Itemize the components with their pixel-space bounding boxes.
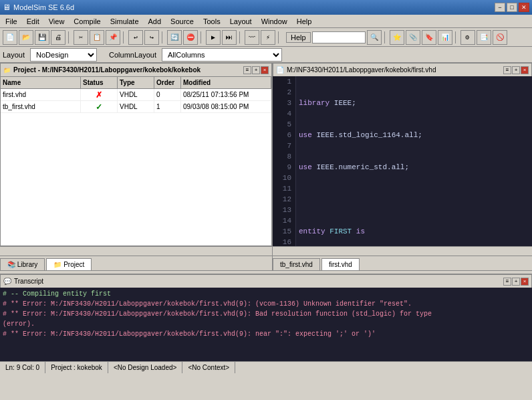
line-numbers: 1 2 3 4 5 6 7 8 9 10 11 12 13 14 15 16 1… <box>273 76 296 246</box>
trans-line-5: # ** Error: M:/INF3430/H2011/Laboppgaver… <box>3 329 529 339</box>
panel-btn-menu[interactable]: ≡ <box>243 66 251 74</box>
project-tab-bar: 📚 Library 📁 Project <box>0 256 272 270</box>
toolbar-sim[interactable]: ⚡ <box>261 30 275 45</box>
toolbar-bk3[interactable]: 🔖 <box>422 30 436 45</box>
toolbar-bk4[interactable]: 📊 <box>438 30 452 45</box>
editor-hscrollbar[interactable] <box>273 246 532 256</box>
project-icon: 📁 <box>3 67 11 74</box>
menu-edit[interactable]: Edit <box>23 15 43 27</box>
toolbar-extra2[interactable]: 📑 <box>477 30 491 45</box>
toolbar-extra1[interactable]: ⚙ <box>460 30 475 45</box>
menu-source[interactable]: Source <box>166 15 198 27</box>
table-row[interactable]: tb_first.vhd ✓ VHDL 1 09/03/08 08:15:00 … <box>1 101 271 113</box>
project-hscrollbar[interactable] <box>0 246 272 256</box>
menu-bar: File Edit View Compile Simulate Add Sour… <box>0 15 532 28</box>
code-line-3: use IEEE.numeric_std.all; <box>299 162 529 173</box>
editor-btn-expand[interactable]: + <box>512 66 520 74</box>
editor-btn-close[interactable]: × <box>521 66 529 74</box>
status-bar: Ln: 9 Col: 0 Project : kokebok <No Desig… <box>0 361 532 373</box>
toolbar-copy[interactable]: 📋 <box>90 30 104 45</box>
trans-line-4: (error). <box>3 319 529 329</box>
editor-title-left: 📄 M:/INF3430/H2011/Laboppgaver/kokebok/f… <box>276 66 436 74</box>
toolbar-bk2[interactable]: 📎 <box>406 30 420 45</box>
menu-simulate[interactable]: Simulate <box>106 15 143 27</box>
toolbar-open[interactable]: 📂 <box>19 30 33 45</box>
transcript-btn-close[interactable]: × <box>521 278 529 286</box>
toolbar-paste[interactable]: 📌 <box>106 30 120 45</box>
project-table: Name Status Type Order Modified first.vh… <box>0 76 272 246</box>
menu-help[interactable]: Help <box>293 15 316 27</box>
ln-5: 5 <box>277 119 291 130</box>
menu-compile[interactable]: Compile <box>70 15 104 27</box>
maximize-button[interactable]: □ <box>507 3 517 12</box>
toolbar-run[interactable]: ▶ <box>206 30 221 45</box>
toolbar-sep4 <box>201 31 203 43</box>
title-bar-controls: − □ ✕ <box>495 3 529 12</box>
toolbar-cut[interactable]: ✂ <box>74 30 88 45</box>
menu-view[interactable]: View <box>45 15 69 27</box>
toolbar-stop[interactable]: ⛔ <box>183 30 198 45</box>
search-input[interactable] <box>312 31 366 43</box>
trans-line-1: # -- Compiling entity first <box>3 289 529 299</box>
toolbar-print[interactable]: 🖨 <box>51 30 65 45</box>
toolbar-undo[interactable]: ↩ <box>128 30 143 45</box>
row2-name: tb_first.vhd <box>1 101 81 112</box>
toolbar-new[interactable]: 📄 <box>3 30 17 45</box>
tab-tb-first[interactable]: tb_first.vhd <box>273 258 320 270</box>
status-project: Project : kokebok <box>45 362 108 373</box>
code-editor[interactable]: 1 2 3 4 5 6 7 8 9 10 11 12 13 14 15 16 1… <box>273 76 532 246</box>
row1-status: ✗ <box>81 89 118 100</box>
menu-file[interactable]: File <box>1 15 21 27</box>
code-line-5: entity FIRST is <box>299 226 529 237</box>
editor-title: M:/INF3430/H2011/Laboppgaver/kokebok/fir… <box>287 66 436 74</box>
toolbar-sep2 <box>123 31 126 43</box>
toolbar-sep5 <box>239 31 242 43</box>
ln-9: 9 <box>277 162 291 173</box>
col-type: Type <box>118 77 154 88</box>
search-btn[interactable]: 🔍 <box>367 30 382 45</box>
column-layout-select[interactable]: AllColumns <box>162 48 282 62</box>
panel-btn-close[interactable]: × <box>261 66 269 74</box>
tab-project[interactable]: 📁 Project <box>46 258 92 270</box>
menu-add[interactable]: Add <box>144 15 166 27</box>
menu-layout[interactable]: Layout <box>226 15 256 27</box>
toolbar-save[interactable]: 💾 <box>35 30 49 45</box>
minimize-button[interactable]: − <box>495 3 505 12</box>
ln-4: 4 <box>277 108 291 119</box>
ln-7: 7 <box>277 140 291 151</box>
toolbar-sep6 <box>278 31 281 43</box>
menu-tools[interactable]: Tools <box>199 15 225 27</box>
help-button[interactable]: Help <box>286 32 311 43</box>
ln-6: 6 <box>277 130 291 140</box>
layout-select[interactable]: NoDesign <box>30 48 97 62</box>
transcript-header: 💬 Transcript ≡ + × <box>0 274 532 288</box>
tab-first[interactable]: first.vhd <box>321 258 360 270</box>
close-button[interactable]: ✕ <box>519 3 529 12</box>
menu-window[interactable]: Window <box>257 15 291 27</box>
toolbar-sep8 <box>455 31 458 43</box>
col-status: Status <box>81 77 118 88</box>
row1-name: first.vhd <box>1 89 81 100</box>
editor-tab-bar: tb_first.vhd first.vhd <box>273 256 532 270</box>
table-row[interactable]: first.vhd ✗ VHDL 0 08/25/11 07:13:56 PM <box>1 89 271 101</box>
transcript-btn-expand[interactable]: + <box>512 278 520 286</box>
editor-btn-menu[interactable]: ≡ <box>503 66 511 74</box>
tab-library[interactable]: 📚 Library <box>0 258 45 270</box>
toolbar-bookmark[interactable]: ⭐ <box>390 30 404 45</box>
toolbar-extra3[interactable]: 🚫 <box>493 30 507 45</box>
status-context: <No Context> <box>182 362 235 373</box>
error-icon: ✗ <box>96 90 102 100</box>
col-order: Order <box>154 77 181 88</box>
toolbar-wave[interactable]: 〰 <box>245 30 259 45</box>
transcript-btn-menu[interactable]: ≡ <box>503 278 511 286</box>
ln-2: 2 <box>277 87 291 98</box>
code-content: library IEEE; use IEEE.std_logic_1164.al… <box>296 76 532 246</box>
toolbar-refresh[interactable]: 🔄 <box>167 30 182 45</box>
panel-btn-expand[interactable]: + <box>252 66 260 74</box>
toolbar-step[interactable]: ⏭ <box>222 30 237 45</box>
toolbar-redo[interactable]: ↪ <box>144 30 159 45</box>
transcript-controls: ≡ + × <box>503 278 529 286</box>
transcript-title: Transcript <box>14 278 43 285</box>
toolbar-sep7 <box>384 31 387 43</box>
app-icon: 🖥 <box>3 3 11 12</box>
